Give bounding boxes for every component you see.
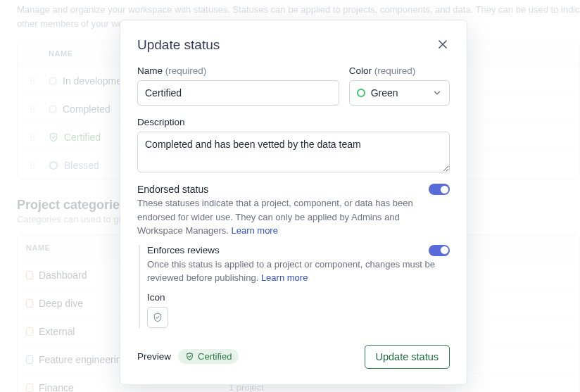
description-label: Description [137, 117, 450, 127]
color-field: Color (required) Green [349, 65, 450, 106]
endorsed-title: Endorsed status [137, 184, 208, 195]
endorsed-toggle[interactable] [429, 184, 450, 195]
shield-icon [152, 312, 163, 323]
preview-label: Preview [137, 351, 171, 362]
reviews-title: Enforces reviews [147, 245, 220, 255]
description-input[interactable] [137, 132, 450, 172]
name-field: Name (required) [137, 65, 339, 106]
endorsed-desc: These statuses indicate that a project, … [137, 196, 433, 238]
reviews-block: Enforces reviews Once this status is app… [139, 245, 450, 328]
icon-label: Icon [147, 292, 450, 303]
close-icon[interactable] [436, 37, 450, 51]
preview-section: Preview Certified [137, 349, 239, 364]
update-status-button[interactable]: Update status [365, 345, 450, 369]
update-status-modal: Update status Name (required) Color (req… [120, 20, 467, 385]
color-select[interactable]: Green [349, 80, 450, 106]
color-swatch-icon [357, 89, 365, 97]
endorsed-block: Endorsed status These statuses indicate … [137, 184, 450, 328]
name-input[interactable] [137, 80, 339, 106]
chevron-down-icon [432, 88, 442, 100]
color-value: Green [371, 87, 398, 99]
modal-title: Update status [137, 37, 220, 53]
preview-text: Certified [198, 351, 232, 362]
reviews-desc: Once this status is applied to a project… [147, 258, 443, 285]
preview-pill: Certified [178, 349, 239, 364]
description-field: Description [137, 117, 450, 172]
name-label: Name (required) [137, 65, 339, 76]
shield-check-icon [185, 352, 194, 361]
icon-picker-button[interactable] [147, 307, 168, 328]
reviews-toggle[interactable] [429, 245, 450, 256]
color-label: Color (required) [349, 65, 450, 76]
endorsed-learn-more-link[interactable]: Learn more [231, 225, 277, 236]
reviews-learn-more-link[interactable]: Learn more [261, 272, 308, 283]
icon-picker: Icon [147, 292, 450, 328]
